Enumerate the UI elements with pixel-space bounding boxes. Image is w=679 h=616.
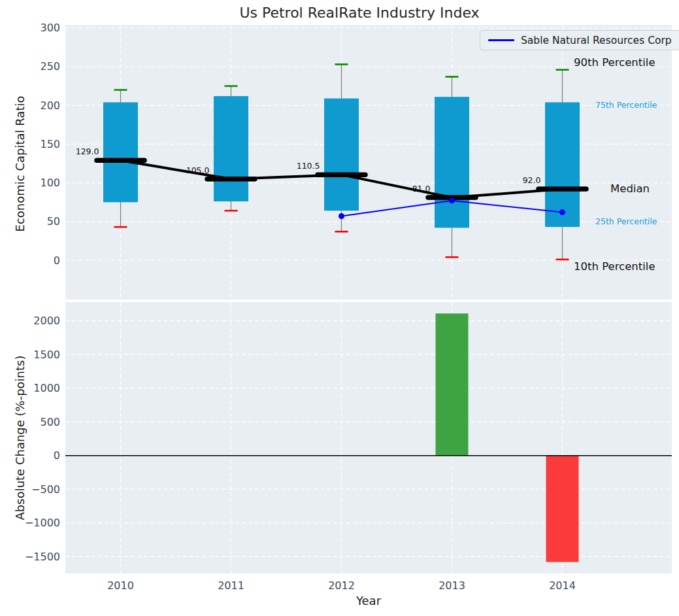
median-value-label: 110.5 (278, 161, 320, 171)
change-bar-chart-canvas (65, 302, 672, 573)
legend-line-sample (488, 39, 514, 41)
x-tick-label: 2013 (423, 579, 482, 592)
percentile-box (435, 97, 469, 228)
bar-positive (436, 313, 469, 455)
bar-negative (546, 456, 579, 562)
annotation-10th-percentile: 10th Percentile (574, 260, 655, 273)
chart-title: Us Petrol RealRate Industry Index (56, 5, 663, 21)
bottom-axes (65, 302, 672, 573)
x-tick-label: 2011 (202, 579, 261, 592)
y-tick-label: 500 (24, 416, 60, 428)
percentile-box (103, 102, 138, 202)
y-tick-label: 1000 (24, 382, 60, 394)
y-tick-label: 1500 (24, 349, 60, 361)
company-point (449, 197, 455, 203)
legend-label: Sable Natural Resources Corp (521, 35, 672, 46)
y-tick-label: −1500 (24, 551, 60, 563)
y-tick-label: 2000 (24, 315, 60, 327)
figure: Us Petrol RealRate Industry Index Econom… (0, 0, 679, 616)
bottom-y-axis-label: Absolute Change (%-points) (13, 334, 27, 543)
y-tick-label: 250 (24, 60, 60, 73)
legend: Sable Natural Resources Corp (480, 30, 679, 50)
y-tick-label: −500 (24, 483, 60, 496)
median-value-label: 92.0 (499, 175, 541, 185)
x-tick-label: 2014 (533, 579, 592, 592)
annotation-25th-percentile: 25th Percentile (595, 216, 657, 226)
company-point (559, 209, 565, 215)
y-tick-label: 100 (24, 177, 60, 189)
y-tick-label: 200 (24, 99, 60, 112)
percentile-box (324, 99, 359, 211)
percentile-box (214, 96, 248, 201)
y-tick-label: 0 (24, 449, 60, 462)
y-tick-label: 150 (24, 138, 60, 150)
top-y-axis-label: Economic Capital Ratio (13, 60, 27, 269)
x-tick-label: 2010 (91, 579, 150, 592)
y-tick-label: 0 (24, 254, 60, 267)
x-axis-label: Year (65, 594, 672, 607)
annotation-median: Median (610, 182, 650, 195)
company-point (339, 213, 344, 219)
y-tick-label: −1000 (24, 517, 60, 529)
y-tick-label: 300 (24, 22, 60, 34)
percentile-box (545, 102, 580, 227)
y-tick-label: 50 (24, 215, 60, 228)
median-value-label: 105.0 (168, 165, 210, 175)
annotation-75th-percentile: 75th Percentile (595, 100, 657, 110)
x-tick-label: 2012 (312, 579, 371, 592)
median-value-label: 81.0 (389, 184, 431, 194)
annotation-90th-percentile: 90th Percentile (574, 56, 655, 69)
median-value-label: 129.0 (58, 146, 99, 156)
